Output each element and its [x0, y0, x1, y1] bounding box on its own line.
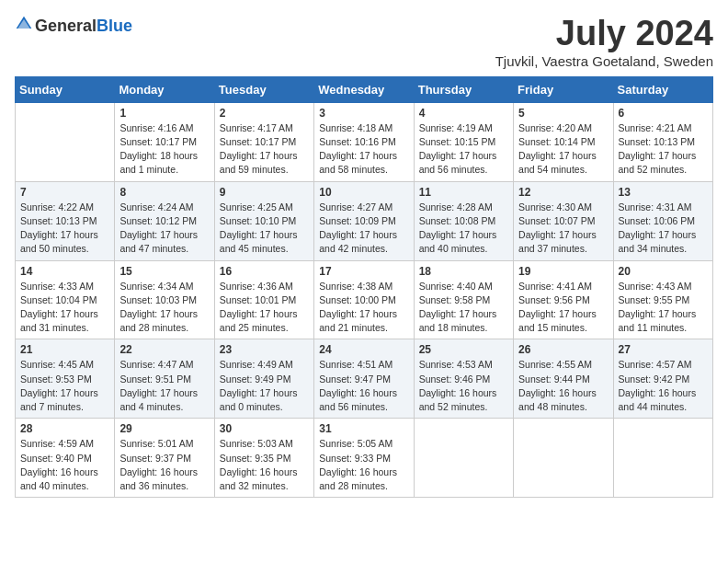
day-info: Sunrise: 4:24 AMSunset: 10:12 PMDaylight…	[119, 201, 209, 257]
day-info-line: Sunrise: 4:27 AM	[319, 201, 392, 213]
day-info-line: Sunset: 9:40 PM	[20, 453, 92, 464]
day-info-line: Sunrise: 4:36 AM	[220, 281, 293, 292]
calendar-cell: 10Sunrise: 4:27 AMSunset: 10:09 PMDaylig…	[314, 181, 414, 260]
day-number: 18	[419, 265, 508, 278]
calendar-cell: 14Sunrise: 4:33 AMSunset: 10:04 PMDaylig…	[16, 260, 115, 339]
day-number: 31	[319, 422, 408, 435]
day-number: 19	[518, 265, 608, 278]
day-info-line: and 54 minutes.	[518, 164, 587, 175]
day-info-line: and 42 minutes.	[319, 243, 388, 254]
day-info-line: Daylight: 17 hours	[220, 308, 298, 319]
day-info-line: Sunrise: 4:57 AM	[619, 359, 692, 370]
day-info-line: Daylight: 17 hours	[518, 308, 597, 319]
day-info: Sunrise: 4:21 AMSunset: 10:13 PMDaylight…	[619, 121, 708, 178]
logo-blue-text: Blue	[97, 17, 132, 35]
day-info-line: Daylight: 17 hours	[319, 150, 397, 161]
calendar-cell: 25Sunrise: 4:53 AMSunset: 9:46 PMDayligh…	[414, 339, 513, 419]
day-info: Sunrise: 4:49 AMSunset: 9:49 PMDaylight:…	[220, 358, 309, 414]
day-number: 7	[20, 186, 109, 199]
day-number: 4	[419, 107, 508, 120]
calendar-cell	[414, 419, 513, 498]
day-number: 16	[220, 265, 309, 278]
calendar-cell: 7Sunrise: 4:22 AMSunset: 10:13 PMDayligh…	[16, 181, 115, 260]
header-day-friday: Friday	[514, 76, 613, 102]
day-info-line: and 36 minutes.	[119, 480, 188, 491]
day-info-line: Sunset: 10:15 PM	[419, 136, 495, 147]
day-info: Sunrise: 4:22 AMSunset: 10:13 PMDaylight…	[20, 201, 109, 257]
calendar-cell: 5Sunrise: 4:20 AMSunset: 10:14 PMDayligh…	[514, 102, 613, 181]
day-info: Sunrise: 4:34 AMSunset: 10:03 PMDaylight…	[119, 280, 209, 336]
day-info: Sunrise: 4:41 AMSunset: 9:56 PMDaylight:…	[518, 280, 608, 336]
day-info-line: Daylight: 16 hours	[419, 387, 497, 398]
day-info: Sunrise: 4:59 AMSunset: 9:40 PMDaylight:…	[20, 437, 109, 493]
day-number: 24	[319, 343, 408, 356]
day-info-line: and 56 minutes.	[319, 401, 388, 412]
day-info-line: Daylight: 17 hours	[20, 387, 98, 398]
calendar-cell: 13Sunrise: 4:31 AMSunset: 10:06 PMDaylig…	[613, 181, 712, 260]
logo-general-text: General	[35, 17, 97, 35]
calendar-week-row: 1Sunrise: 4:16 AMSunset: 10:17 PMDayligh…	[16, 102, 713, 181]
calendar-cell: 30Sunrise: 5:03 AMSunset: 9:35 PMDayligh…	[214, 419, 313, 498]
day-info-line: Sunset: 9:42 PM	[619, 373, 690, 385]
day-info-line: and 31 minutes.	[20, 322, 89, 333]
day-info-line: Sunrise: 4:16 AM	[119, 122, 193, 133]
day-info: Sunrise: 5:05 AMSunset: 9:33 PMDaylight:…	[319, 437, 408, 493]
day-info-line: and 34 minutes.	[619, 243, 688, 254]
day-number: 1	[119, 107, 209, 120]
header-day-sunday: Sunday	[16, 76, 115, 102]
calendar-cell: 16Sunrise: 4:36 AMSunset: 10:01 PMDaylig…	[214, 260, 313, 339]
day-info: Sunrise: 5:01 AMSunset: 9:37 PMDaylight:…	[119, 437, 209, 493]
day-info-line: and 48 minutes.	[518, 401, 587, 412]
day-number: 25	[419, 343, 508, 356]
day-number: 3	[319, 107, 408, 120]
day-number: 10	[319, 186, 408, 199]
day-info-line: Sunset: 10:13 PM	[20, 215, 97, 226]
day-info-line: Sunrise: 4:34 AM	[119, 281, 193, 292]
day-info-line: Sunset: 10:06 PM	[619, 215, 695, 226]
day-info-line: Sunset: 9:55 PM	[619, 294, 690, 305]
calendar-cell: 21Sunrise: 4:45 AMSunset: 9:53 PMDayligh…	[16, 339, 115, 419]
day-number: 21	[20, 343, 109, 356]
day-info-line: Sunset: 9:46 PM	[419, 373, 491, 385]
calendar-cell: 24Sunrise: 4:51 AMSunset: 9:47 PMDayligh…	[314, 339, 414, 419]
day-info-line: Sunrise: 4:51 AM	[319, 359, 392, 370]
day-info-line: and 52 minutes.	[619, 164, 688, 175]
day-number: 5	[518, 107, 608, 120]
calendar-cell: 31Sunrise: 5:05 AMSunset: 9:33 PMDayligh…	[314, 419, 414, 498]
day-info-line: Daylight: 17 hours	[119, 308, 198, 319]
day-info-line: Sunset: 10:08 PM	[419, 215, 495, 226]
day-number: 2	[220, 107, 309, 120]
calendar-cell	[16, 102, 115, 181]
day-info-line: and 28 minutes.	[119, 322, 188, 333]
day-number: 26	[518, 343, 608, 356]
day-number: 22	[119, 343, 209, 356]
day-info: Sunrise: 4:27 AMSunset: 10:09 PMDaylight…	[319, 201, 408, 257]
day-info-line: Daylight: 17 hours	[518, 229, 597, 240]
day-info-line: Daylight: 17 hours	[619, 308, 697, 319]
day-info-line: and 40 minutes.	[20, 480, 89, 491]
day-info-line: and 40 minutes.	[419, 243, 488, 254]
day-info-line: and 21 minutes.	[319, 322, 388, 333]
day-info: Sunrise: 4:16 AMSunset: 10:17 PMDaylight…	[119, 121, 209, 178]
day-number: 15	[119, 265, 209, 278]
day-info-line: Sunset: 9:47 PM	[319, 373, 391, 385]
day-number: 28	[20, 422, 109, 435]
day-info-line: and 37 minutes.	[518, 243, 587, 254]
header-day-thursday: Thursday	[414, 76, 513, 102]
day-info-line: Daylight: 17 hours	[619, 150, 697, 161]
day-info-line: and 50 minutes.	[20, 243, 89, 254]
logo: GeneralBlue	[15, 15, 132, 37]
day-number: 8	[119, 186, 209, 199]
day-info-line: and 47 minutes.	[119, 243, 188, 254]
day-info-line: Daylight: 17 hours	[220, 387, 298, 398]
day-info-line: and 58 minutes.	[319, 164, 388, 175]
day-info-line: Sunset: 9:49 PM	[220, 373, 291, 385]
day-info-line: Sunset: 10:14 PM	[518, 136, 595, 147]
day-info: Sunrise: 4:51 AMSunset: 9:47 PMDaylight:…	[319, 358, 408, 414]
day-info-line: Sunrise: 4:40 AM	[419, 281, 493, 292]
calendar-cell: 1Sunrise: 4:16 AMSunset: 10:17 PMDayligh…	[115, 102, 214, 181]
day-info-line: and 44 minutes.	[619, 401, 688, 412]
header-day-saturday: Saturday	[613, 76, 712, 102]
day-info: Sunrise: 4:31 AMSunset: 10:06 PMDaylight…	[619, 201, 708, 257]
day-info-line: and 11 minutes.	[619, 322, 688, 333]
